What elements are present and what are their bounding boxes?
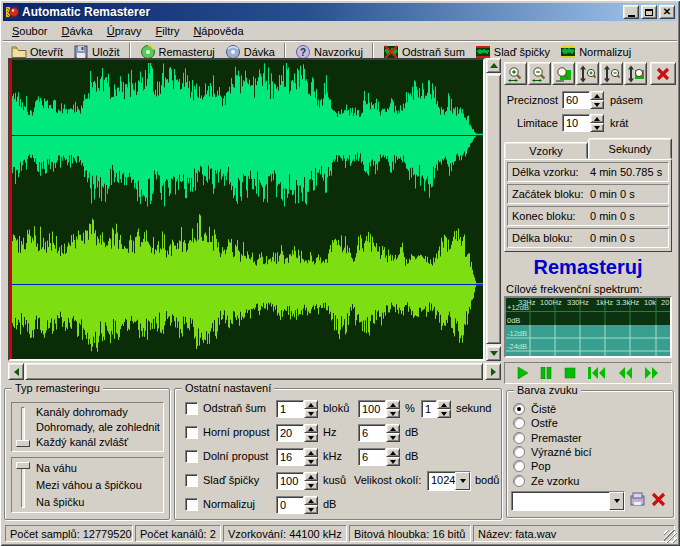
- play-button[interactable]: [517, 367, 529, 379]
- radio-ciste[interactable]: [513, 403, 525, 415]
- option-kanaly-dohromady[interactable]: Kanály dohromady: [36, 406, 128, 418]
- delete-preset-button[interactable]: [650, 491, 667, 508]
- horni-db-input[interactable]: 6: [358, 424, 386, 442]
- radio-premaster-label[interactable]: Premaster: [531, 432, 582, 444]
- combo-dropdown-button[interactable]: [455, 472, 470, 490]
- spin-down-button[interactable]: [386, 457, 400, 466]
- spin-up-button[interactable]: [386, 424, 400, 433]
- spin-down-button[interactable]: [590, 123, 604, 132]
- scroll-right-button[interactable]: [485, 363, 501, 380]
- waveform-hscrollbar[interactable]: [8, 363, 501, 380]
- zoom-out-vertical-button[interactable]: [600, 62, 623, 85]
- zoom-in-vertical-button[interactable]: [576, 62, 599, 85]
- sound-color-radio[interactable]: [513, 460, 525, 472]
- option-mezi-vahou[interactable]: Mezi váhou a špičkou: [36, 479, 142, 491]
- spin-up-button[interactable]: [304, 400, 318, 409]
- menu-filtry[interactable]: Filtry: [149, 23, 187, 39]
- target-spectrum-display[interactable]: 33Hz 100Hz 330Hz 1kHz 3.3kHz 10k 20 +12d…: [504, 296, 672, 358]
- spin-down-button[interactable]: [386, 409, 400, 418]
- spin-down-button[interactable]: [304, 433, 318, 442]
- kusu-input[interactable]: 100: [276, 472, 304, 490]
- save-preset-button[interactable]: [629, 492, 646, 508]
- title-bar[interactable]: Automatic Remasterer ✕: [3, 3, 677, 21]
- zoom-fit-vertical-button[interactable]: [624, 62, 647, 85]
- combo-dropdown-button[interactable]: [609, 492, 624, 510]
- sound-color-radio[interactable]: [513, 475, 525, 487]
- normalizuj-checkbox[interactable]: [185, 498, 198, 511]
- option-kazdy-kanal[interactable]: Každý kanál zvlášť: [36, 436, 128, 448]
- sekund-input[interactable]: 1: [421, 400, 437, 418]
- spin-up-button[interactable]: [386, 448, 400, 457]
- spin-down-button[interactable]: [437, 409, 451, 418]
- sound-color-radio[interactable]: [513, 403, 525, 415]
- resize-grip[interactable]: [664, 530, 677, 543]
- menu-davka[interactable]: Dávka: [54, 23, 99, 39]
- dolni-khz-input[interactable]: 16: [276, 448, 304, 466]
- spin-down-button[interactable]: [304, 505, 318, 514]
- tab-sekundy[interactable]: Sekundy: [588, 138, 672, 159]
- stop-button[interactable]: [564, 367, 576, 379]
- skip-start-button[interactable]: [588, 367, 606, 379]
- scroll-up-button[interactable]: [486, 58, 501, 73]
- spin-up-button[interactable]: [590, 91, 604, 100]
- sound-color-radio[interactable]: [513, 417, 525, 429]
- radio-ze-vzorku[interactable]: [513, 475, 525, 487]
- sound-color-radio[interactable]: [513, 432, 525, 444]
- preciznost-input[interactable]: 60: [562, 91, 590, 109]
- bloku-input[interactable]: 1: [276, 400, 304, 418]
- weight-mode-slider-handle[interactable]: [16, 462, 30, 469]
- menu-napoveda[interactable]: Nápověda: [186, 23, 250, 39]
- radio-ciste-label[interactable]: Čistě: [531, 403, 556, 415]
- zoom-fit-horizontal-button[interactable]: [552, 62, 575, 85]
- spin-down-button[interactable]: [590, 100, 604, 109]
- rewind-button[interactable]: [618, 367, 633, 379]
- maximize-button[interactable]: [641, 5, 657, 19]
- normalize-button[interactable]: Normalizuj: [555, 42, 636, 62]
- spin-up-button[interactable]: [590, 114, 604, 123]
- option-na-spicku[interactable]: Na špičku: [36, 496, 84, 508]
- spin-up-button[interactable]: [304, 496, 318, 505]
- zoom-out-horizontal-button[interactable]: [528, 62, 551, 85]
- option-na-vahu[interactable]: Na váhu: [36, 462, 77, 474]
- horni-propust-checkbox[interactable]: [185, 426, 198, 439]
- dolni-db-input[interactable]: 6: [358, 448, 386, 466]
- waveform-canvas[interactable]: [10, 60, 483, 359]
- spin-down-button[interactable]: [304, 481, 318, 490]
- spin-up-button[interactable]: [437, 400, 451, 409]
- forward-button[interactable]: [644, 367, 659, 379]
- velikost-okoli-combo[interactable]: 1024: [427, 471, 471, 491]
- radio-ze-vzorku-label[interactable]: Ze vzorku: [531, 475, 579, 487]
- minimize-button[interactable]: [623, 5, 639, 19]
- odstran-sum-checkbox[interactable]: [185, 402, 198, 415]
- radio-premaster[interactable]: [513, 432, 525, 444]
- limitace-input[interactable]: 10: [562, 114, 590, 132]
- normalizuj-db-input[interactable]: 0: [276, 496, 304, 514]
- radio-ostre[interactable]: [513, 417, 525, 429]
- weight-mode-slider-track[interactable]: [21, 463, 25, 508]
- preset-combo[interactable]: [511, 491, 625, 511]
- waveform-display[interactable]: [8, 58, 485, 361]
- menu-soubor[interactable]: Soubor: [5, 23, 54, 39]
- spin-down-button[interactable]: [386, 433, 400, 442]
- spin-down-button[interactable]: [304, 409, 318, 418]
- spin-up-button[interactable]: [304, 472, 318, 481]
- horni-hz-input[interactable]: 20: [276, 424, 304, 442]
- zoom-in-horizontal-button[interactable]: [504, 62, 527, 85]
- close-file-button[interactable]: [650, 62, 676, 85]
- radio-ostre-label[interactable]: Ostře: [531, 417, 558, 429]
- option-dohromady-zohlednit[interactable]: Dohromady, ale zohlednit: [36, 421, 160, 433]
- dolni-propust-checkbox[interactable]: [185, 450, 198, 463]
- menu-upravy[interactable]: Úpravy: [100, 23, 149, 39]
- percent-input[interactable]: 100: [358, 400, 386, 418]
- radio-vyrazne-bici-label[interactable]: Výrazné bicí: [531, 446, 592, 458]
- hscroll-thumb[interactable]: [25, 363, 483, 380]
- radio-pop-label[interactable]: Pop: [531, 460, 551, 472]
- radio-pop[interactable]: [513, 460, 525, 472]
- slad-spicky-checkbox[interactable]: [185, 474, 198, 487]
- waveform-vscrollbar[interactable]: [486, 58, 501, 361]
- remaster-main-button[interactable]: Remasteruj: [504, 254, 672, 281]
- scroll-down-button[interactable]: [486, 346, 501, 361]
- pause-button[interactable]: [540, 367, 552, 379]
- spin-up-button[interactable]: [304, 448, 318, 457]
- close-button[interactable]: ✕: [659, 5, 675, 19]
